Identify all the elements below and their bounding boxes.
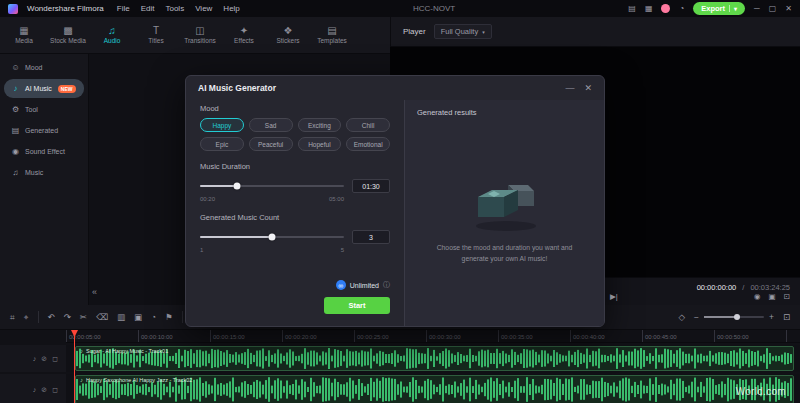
menubar: File Edit Tools View Help (117, 4, 240, 13)
minimize-icon[interactable]: ─ (754, 5, 760, 13)
zoom-out-icon[interactable]: − (694, 313, 699, 322)
mood-chip-epic[interactable]: Epic (200, 137, 244, 151)
timecode-total: 00:03:24:25 (750, 283, 790, 292)
count-slider[interactable] (200, 236, 344, 238)
crop-icon[interactable]: ▣ (134, 313, 142, 322)
sidebar-item-sound-effect[interactable]: ◉ Sound Effect (4, 142, 84, 161)
filmora-window: Wondershare Filmora File Edit Tools View… (0, 0, 800, 403)
lock-icon[interactable]: ⊘ (41, 355, 47, 363)
snapshot-icon[interactable]: ◉ (754, 293, 761, 301)
menu-help[interactable]: Help (223, 4, 239, 13)
avatar[interactable] (661, 4, 670, 13)
start-button[interactable]: Start (324, 297, 390, 314)
info-icon[interactable]: ⓘ (383, 280, 390, 290)
generated-results-panel: Generated results Choose the mood and du… (404, 100, 604, 326)
crop-icon[interactable]: ▣ (769, 293, 776, 301)
menu-file[interactable]: File (117, 4, 130, 13)
audio-clip-1[interactable]: ♪ Sugar - AI Happy Music - Track01 (75, 346, 794, 371)
menu-edit[interactable]: Edit (141, 4, 155, 13)
generated-icon: ▤ (11, 126, 20, 135)
zoom-in-icon[interactable]: + (769, 313, 774, 322)
close-icon[interactable]: ✕ (584, 83, 592, 93)
collapse-sidebar-button[interactable]: « (92, 287, 97, 297)
speed-icon[interactable]: ◔ (151, 313, 156, 322)
tab-media[interactable]: ▦ Media (2, 26, 46, 44)
mood-chip-hopeful[interactable]: Hopeful (298, 137, 342, 151)
mood-chip-sad[interactable]: Sad (249, 118, 293, 132)
clip-label: ♪ Sugar - AI Happy Music - Track01 (80, 348, 168, 354)
mood-chip-peaceful[interactable]: Peaceful (249, 137, 293, 151)
lock-icon[interactable]: ⊘ (41, 386, 47, 394)
audio-clip-2[interactable]: ♪ Happy Saxophone AI Happy Jazz - Track0… (75, 375, 794, 403)
track-header: ♪ ⊘ ◻ (0, 345, 66, 372)
duration-value[interactable]: 01:30 (352, 179, 390, 193)
scissors-icon[interactable]: ✂ (80, 313, 87, 322)
sidebar-item-music[interactable]: ♫ Music (4, 163, 84, 182)
mood-chips: Happy Sad Exciting Chill Epic Peaceful H… (200, 118, 390, 151)
sound-effect-icon: ◉ (11, 147, 20, 156)
marker-icon[interactable]: ⚑ (165, 313, 173, 322)
redo-icon[interactable]: ↷ (64, 313, 71, 322)
duration-max: 05:00 (329, 196, 344, 202)
export-button[interactable]: Export ▾ (693, 2, 745, 15)
generator-settings: Mood Happy Sad Exciting Chill Epic Peace… (186, 100, 404, 326)
timecode-current: 00:00:00:00 (697, 283, 737, 292)
tab-audio[interactable]: ♫ Audio (90, 26, 134, 44)
menu-view[interactable]: View (195, 4, 212, 13)
split-icon[interactable]: ▥ (117, 313, 125, 322)
notification-icon[interactable]: ◔ (679, 5, 684, 13)
zoom-slider[interactable] (704, 316, 764, 318)
keyframe-icon[interactable]: ◇ (678, 313, 685, 322)
results-title: Generated results (417, 108, 592, 117)
ruler-mark: 00:00:50:00 (714, 334, 786, 342)
hide-icon[interactable]: ◻ (52, 386, 58, 394)
fit-timeline-icon[interactable]: ⊡ (783, 313, 790, 322)
clip-name: Happy Saxophone AI Happy Jazz - Track02 (86, 377, 192, 383)
mood-chip-happy[interactable]: Happy (200, 118, 244, 132)
tab-stickers[interactable]: ❖ Stickers (266, 26, 310, 44)
count-value[interactable]: 3 (352, 230, 390, 244)
results-empty-state: Choose the mood and duration you want an… (417, 117, 592, 318)
sidebar-item-ai-music[interactable]: ♪ AI Music NEW (4, 79, 84, 98)
playhead[interactable] (74, 330, 75, 403)
timeline-ruler[interactable]: 00:00:05:00 00:00:10:00 00:00:15:00 00:0… (66, 330, 800, 343)
duration-range: 00:20 05:00 (200, 196, 344, 202)
tab-label: Titles (148, 37, 163, 44)
tab-templates[interactable]: ▤ Templates (310, 26, 354, 44)
hide-icon[interactable]: ◻ (52, 355, 58, 363)
duration-slider[interactable] (200, 185, 344, 187)
ai-music-generator-dialog: AI Music Generator — ✕ Mood Happy Sad Ex… (185, 75, 605, 327)
track-lane[interactable]: ♪ Sugar - AI Happy Music - Track01 (66, 345, 800, 372)
tab-titles[interactable]: T Titles (134, 26, 178, 44)
layout-icon[interactable]: ▤ (628, 5, 636, 13)
project-name: HCC-NOVT (413, 4, 455, 13)
media-type-tabs: ▦ Media ▩ Stock Media ♫ Audio T Titles ◫… (0, 17, 390, 54)
mute-icon[interactable]: ♪ (33, 386, 37, 393)
sidebar-item-tool[interactable]: ⚙ Tool (4, 100, 84, 119)
close-icon[interactable]: ✕ (785, 5, 792, 13)
fullscreen-icon[interactable]: ⊡ (784, 293, 790, 301)
mute-icon[interactable]: ♪ (33, 355, 37, 362)
next-frame-icon[interactable]: ▶| (610, 293, 618, 301)
plugins-icon[interactable]: ▦ (645, 5, 653, 13)
trash-icon[interactable]: ⌫ (96, 313, 108, 322)
pointer-tool-icon[interactable]: ⌖ (24, 313, 29, 322)
mood-chip-exciting[interactable]: Exciting (298, 118, 342, 132)
tab-stock-media[interactable]: ▩ Stock Media (46, 26, 90, 44)
snap-icon[interactable]: ⌗ (10, 313, 15, 322)
sidebar-item-generated[interactable]: ▤ Generated (4, 121, 84, 140)
track-lane[interactable]: ♪ Happy Saxophone AI Happy Jazz - Track0… (66, 374, 800, 403)
maximize-icon[interactable]: ▢ (769, 5, 777, 13)
minimize-icon[interactable]: — (565, 83, 574, 93)
templates-icon: ▤ (327, 26, 336, 36)
quality-dropdown[interactable]: Full Quality ▾ (434, 24, 492, 39)
sidebar-item-mood[interactable]: ☺ Mood (4, 58, 84, 77)
menu-tools[interactable]: Tools (165, 4, 184, 13)
tab-transitions[interactable]: ◫ Transitions (178, 26, 222, 44)
undo-icon[interactable]: ↶ (48, 313, 55, 322)
ruler-mark: 00:00:10:00 (138, 334, 210, 342)
tab-effects[interactable]: ✦ Effects (222, 26, 266, 44)
mood-chip-emotional[interactable]: Emotional (346, 137, 390, 151)
clip-name: Sugar - AI Happy Music - Track01 (86, 348, 168, 354)
mood-chip-chill[interactable]: Chill (346, 118, 390, 132)
